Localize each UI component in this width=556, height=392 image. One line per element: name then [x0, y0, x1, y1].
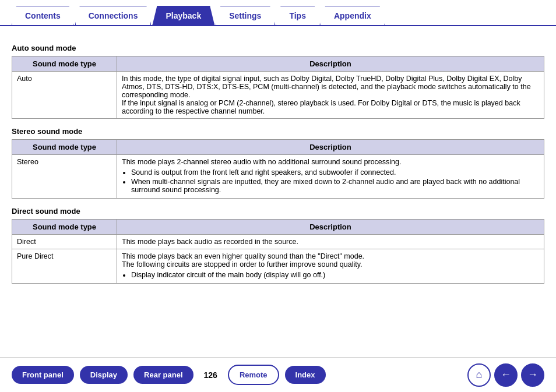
main-content: Auto sound modeSound mode typeDescriptio…	[0, 26, 556, 336]
page-number: 126	[199, 370, 222, 380]
sound-mode-table: Sound mode typeDescriptionAutoIn this mo…	[12, 56, 544, 119]
table-header: Sound mode type	[12, 140, 117, 155]
table-row: Pure DirectThis mode plays back an even …	[12, 249, 544, 284]
tab-playback[interactable]: Playback	[152, 6, 214, 25]
index-button[interactable]: Index	[285, 366, 326, 384]
sound-mode-type: Pure Direct	[12, 249, 117, 284]
sound-mode-type: Direct	[12, 235, 117, 249]
bullet-item: When multi-channel signals are inputted,…	[131, 178, 539, 194]
sound-mode-description: This mode plays 2-channel stereo audio w…	[117, 155, 544, 199]
section-title: Stereo sound mode	[12, 127, 544, 136]
table-header: Sound mode type	[12, 56, 117, 72]
sound-mode-description: In this mode, the type of digital signal…	[117, 72, 544, 119]
table-header: Description	[117, 220, 544, 235]
bullet-list: Sound is output from the front left and …	[131, 168, 539, 194]
table-row: StereoThis mode plays 2-channel stereo a…	[12, 155, 544, 199]
table-header: Sound mode type	[12, 220, 117, 235]
back-icon-button[interactable]: ←	[494, 363, 518, 387]
sound-mode-type: Stereo	[12, 155, 117, 199]
bullet-item: Sound is output from the front left and …	[131, 168, 539, 176]
nav-icons: ⌂←→	[467, 363, 544, 387]
section-title: Direct sound mode	[12, 207, 544, 216]
bullet-item: Display indicator circuit of the main bo…	[131, 271, 539, 279]
sound-mode-description: This mode plays back audio as recorded i…	[117, 235, 544, 249]
table-header: Description	[117, 56, 544, 72]
nav-tabs: ContentsConnectionsPlaybackSettingsTipsA…	[0, 0, 556, 26]
sound-mode-type: Auto	[12, 72, 117, 119]
table-row: AutoIn this mode, the type of digital si…	[12, 72, 544, 119]
tab-contents[interactable]: Contents	[12, 6, 74, 25]
tab-connections[interactable]: Connections	[75, 6, 152, 25]
forward-icon-button[interactable]: →	[521, 363, 544, 387]
tab-settings[interactable]: Settings	[216, 6, 275, 25]
bullet-list: Display indicator circuit of the main bo…	[131, 271, 539, 279]
table-row: DirectThis mode plays back audio as reco…	[12, 235, 544, 249]
front-panel-button[interactable]: Front panel	[12, 366, 74, 384]
sound-mode-description: This mode plays back an even higher qual…	[117, 249, 544, 284]
sound-mode-table: Sound mode typeDescriptionStereoThis mod…	[12, 139, 544, 199]
tab-appendix[interactable]: Appendix	[321, 6, 385, 25]
home-icon-button[interactable]: ⌂	[467, 363, 491, 387]
tab-tips[interactable]: Tips	[276, 6, 319, 25]
bottom-bar: Front panelDisplayRear panel126RemoteInd…	[0, 357, 556, 392]
display-button[interactable]: Display	[80, 366, 128, 384]
rear-panel-button[interactable]: Rear panel	[133, 366, 193, 384]
remote-button[interactable]: Remote	[228, 365, 279, 385]
section-title: Auto sound mode	[12, 44, 544, 52]
sound-mode-table: Sound mode typeDescriptionDirectThis mod…	[12, 219, 544, 284]
table-header: Description	[117, 140, 544, 155]
